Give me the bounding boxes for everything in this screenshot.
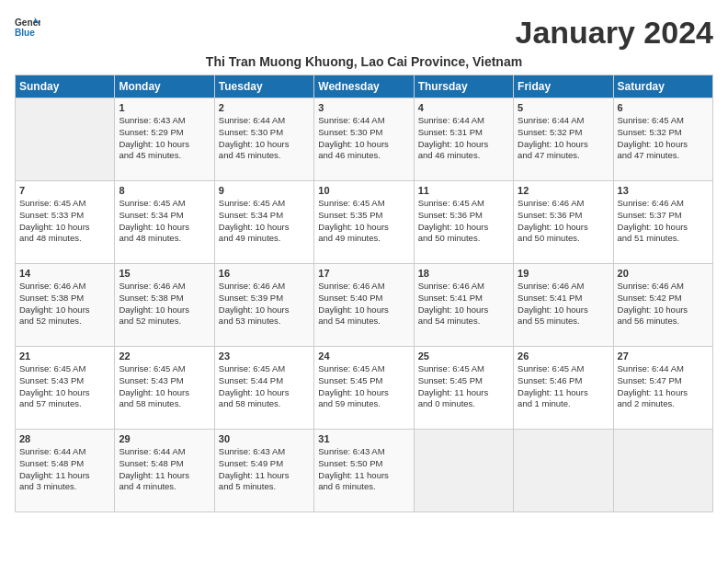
calendar-cell: 21Sunrise: 6:45 AM Sunset: 5:43 PM Dayli… xyxy=(16,347,115,430)
calendar-header-row: SundayMondayTuesdayWednesdayThursdayFrid… xyxy=(16,75,713,98)
day-number: 25 xyxy=(418,350,509,362)
calendar-cell: 2Sunrise: 6:44 AM Sunset: 5:30 PM Daylig… xyxy=(214,98,313,181)
day-number: 15 xyxy=(119,268,210,279)
day-number: 23 xyxy=(219,350,310,362)
day-number: 16 xyxy=(219,268,310,279)
day-number: 24 xyxy=(318,350,409,362)
day-number: 31 xyxy=(318,433,409,444)
calendar-cell: 30Sunrise: 6:43 AM Sunset: 5:49 PM Dayli… xyxy=(214,430,313,512)
calendar-cell: 1Sunrise: 6:43 AM Sunset: 5:29 PM Daylig… xyxy=(115,98,214,181)
day-number: 26 xyxy=(518,350,609,362)
day-number: 8 xyxy=(119,185,210,196)
day-number: 10 xyxy=(318,185,409,196)
day-info: Sunrise: 6:45 AM Sunset: 5:43 PM Dayligh… xyxy=(119,363,189,408)
day-info: Sunrise: 6:44 AM Sunset: 5:32 PM Dayligh… xyxy=(518,115,588,160)
calendar-cell: 20Sunrise: 6:46 AM Sunset: 5:42 PM Dayli… xyxy=(613,264,712,347)
day-number: 21 xyxy=(19,350,110,362)
day-header-sunday: Sunday xyxy=(16,75,115,98)
day-number: 27 xyxy=(618,350,709,362)
day-number: 13 xyxy=(618,185,709,196)
day-info: Sunrise: 6:46 AM Sunset: 5:37 PM Dayligh… xyxy=(618,198,688,243)
day-number: 1 xyxy=(119,102,210,113)
calendar-cell: 3Sunrise: 6:44 AM Sunset: 5:30 PM Daylig… xyxy=(314,98,414,181)
day-info: Sunrise: 6:45 AM Sunset: 5:43 PM Dayligh… xyxy=(19,363,90,408)
day-number: 4 xyxy=(418,102,509,113)
day-header-wednesday: Wednesday xyxy=(314,75,414,98)
calendar-cell: 15Sunrise: 6:46 AM Sunset: 5:38 PM Dayli… xyxy=(115,264,214,347)
day-number: 12 xyxy=(518,185,609,196)
calendar-cell: 4Sunrise: 6:44 AM Sunset: 5:31 PM Daylig… xyxy=(414,98,513,181)
day-info: Sunrise: 6:44 AM Sunset: 5:48 PM Dayligh… xyxy=(19,446,90,491)
calendar-cell: 7Sunrise: 6:45 AM Sunset: 5:33 PM Daylig… xyxy=(16,181,115,264)
calendar-cell: 14Sunrise: 6:46 AM Sunset: 5:38 PM Dayli… xyxy=(16,264,115,347)
day-info: Sunrise: 6:46 AM Sunset: 5:39 PM Dayligh… xyxy=(219,281,290,326)
calendar-cell xyxy=(414,430,513,512)
calendar-week-row: 21Sunrise: 6:45 AM Sunset: 5:43 PM Dayli… xyxy=(16,347,713,430)
location-subtitle: Thi Tran Muong Khuong, Lao Cai Province,… xyxy=(15,54,713,69)
calendar-week-row: 7Sunrise: 6:45 AM Sunset: 5:33 PM Daylig… xyxy=(16,181,713,264)
day-info: Sunrise: 6:46 AM Sunset: 5:41 PM Dayligh… xyxy=(418,281,489,326)
calendar-week-row: 1Sunrise: 6:43 AM Sunset: 5:29 PM Daylig… xyxy=(16,98,713,181)
day-info: Sunrise: 6:43 AM Sunset: 5:49 PM Dayligh… xyxy=(219,446,290,491)
day-info: Sunrise: 6:43 AM Sunset: 5:29 PM Dayligh… xyxy=(119,115,189,160)
day-number: 3 xyxy=(318,102,409,113)
day-info: Sunrise: 6:43 AM Sunset: 5:50 PM Dayligh… xyxy=(318,446,389,491)
day-info: Sunrise: 6:45 AM Sunset: 5:45 PM Dayligh… xyxy=(418,363,489,408)
day-number: 5 xyxy=(518,102,609,113)
calendar-table: SundayMondayTuesdayWednesdayThursdayFrid… xyxy=(15,75,713,512)
day-info: Sunrise: 6:45 AM Sunset: 5:45 PM Dayligh… xyxy=(318,363,389,408)
calendar-cell: 6Sunrise: 6:45 AM Sunset: 5:32 PM Daylig… xyxy=(613,98,712,181)
day-number: 14 xyxy=(19,268,110,279)
day-header-monday: Monday xyxy=(115,75,214,98)
day-number: 28 xyxy=(19,433,110,444)
day-info: Sunrise: 6:45 AM Sunset: 5:34 PM Dayligh… xyxy=(119,198,189,243)
day-info: Sunrise: 6:45 AM Sunset: 5:36 PM Dayligh… xyxy=(418,198,489,243)
calendar-cell: 26Sunrise: 6:45 AM Sunset: 5:46 PM Dayli… xyxy=(514,347,613,430)
day-number: 11 xyxy=(418,185,509,196)
calendar-cell: 8Sunrise: 6:45 AM Sunset: 5:34 PM Daylig… xyxy=(115,181,214,264)
day-info: Sunrise: 6:45 AM Sunset: 5:33 PM Dayligh… xyxy=(19,198,90,243)
month-year-title: January 2024 xyxy=(516,15,714,51)
calendar-cell: 11Sunrise: 6:45 AM Sunset: 5:36 PM Dayli… xyxy=(414,181,513,264)
day-info: Sunrise: 6:44 AM Sunset: 5:48 PM Dayligh… xyxy=(119,446,189,491)
day-number: 7 xyxy=(19,185,110,196)
calendar-cell: 31Sunrise: 6:43 AM Sunset: 5:50 PM Dayli… xyxy=(314,430,414,512)
day-number: 20 xyxy=(618,268,709,279)
day-number: 19 xyxy=(518,268,609,279)
calendar-cell xyxy=(514,430,613,512)
day-info: Sunrise: 6:44 AM Sunset: 5:30 PM Dayligh… xyxy=(219,115,290,160)
day-info: Sunrise: 6:46 AM Sunset: 5:38 PM Dayligh… xyxy=(119,281,189,326)
day-header-friday: Friday xyxy=(514,75,613,98)
day-info: Sunrise: 6:46 AM Sunset: 5:36 PM Dayligh… xyxy=(518,198,588,243)
day-number: 9 xyxy=(219,185,310,196)
day-info: Sunrise: 6:45 AM Sunset: 5:35 PM Dayligh… xyxy=(318,198,389,243)
day-info: Sunrise: 6:46 AM Sunset: 5:40 PM Dayligh… xyxy=(318,281,389,326)
calendar-week-row: 28Sunrise: 6:44 AM Sunset: 5:48 PM Dayli… xyxy=(16,430,713,512)
page-header: General Blue January 2024 xyxy=(15,15,713,51)
calendar-cell xyxy=(16,98,115,181)
day-info: Sunrise: 6:46 AM Sunset: 5:41 PM Dayligh… xyxy=(518,281,588,326)
calendar-cell: 27Sunrise: 6:44 AM Sunset: 5:47 PM Dayli… xyxy=(613,347,712,430)
day-info: Sunrise: 6:44 AM Sunset: 5:31 PM Dayligh… xyxy=(418,115,489,160)
day-number: 17 xyxy=(318,268,409,279)
calendar-cell: 18Sunrise: 6:46 AM Sunset: 5:41 PM Dayli… xyxy=(414,264,513,347)
calendar-cell: 19Sunrise: 6:46 AM Sunset: 5:41 PM Dayli… xyxy=(514,264,613,347)
day-info: Sunrise: 6:44 AM Sunset: 5:30 PM Dayligh… xyxy=(318,115,389,160)
day-header-tuesday: Tuesday xyxy=(214,75,313,98)
day-number: 30 xyxy=(219,433,310,444)
calendar-cell: 16Sunrise: 6:46 AM Sunset: 5:39 PM Dayli… xyxy=(214,264,313,347)
calendar-week-row: 14Sunrise: 6:46 AM Sunset: 5:38 PM Dayli… xyxy=(16,264,713,347)
calendar-cell: 10Sunrise: 6:45 AM Sunset: 5:35 PM Dayli… xyxy=(314,181,414,264)
day-info: Sunrise: 6:44 AM Sunset: 5:47 PM Dayligh… xyxy=(618,363,688,408)
day-info: Sunrise: 6:45 AM Sunset: 5:32 PM Dayligh… xyxy=(618,115,688,160)
svg-text:Blue: Blue xyxy=(15,28,35,38)
calendar-cell: 5Sunrise: 6:44 AM Sunset: 5:32 PM Daylig… xyxy=(514,98,613,181)
svg-text:General: General xyxy=(15,17,40,28)
day-number: 29 xyxy=(119,433,210,444)
calendar-cell: 9Sunrise: 6:45 AM Sunset: 5:34 PM Daylig… xyxy=(214,181,313,264)
calendar-cell: 24Sunrise: 6:45 AM Sunset: 5:45 PM Dayli… xyxy=(314,347,414,430)
day-number: 2 xyxy=(219,102,310,113)
day-number: 22 xyxy=(119,350,210,362)
calendar-cell: 23Sunrise: 6:45 AM Sunset: 5:44 PM Dayli… xyxy=(214,347,313,430)
day-number: 6 xyxy=(618,102,709,113)
